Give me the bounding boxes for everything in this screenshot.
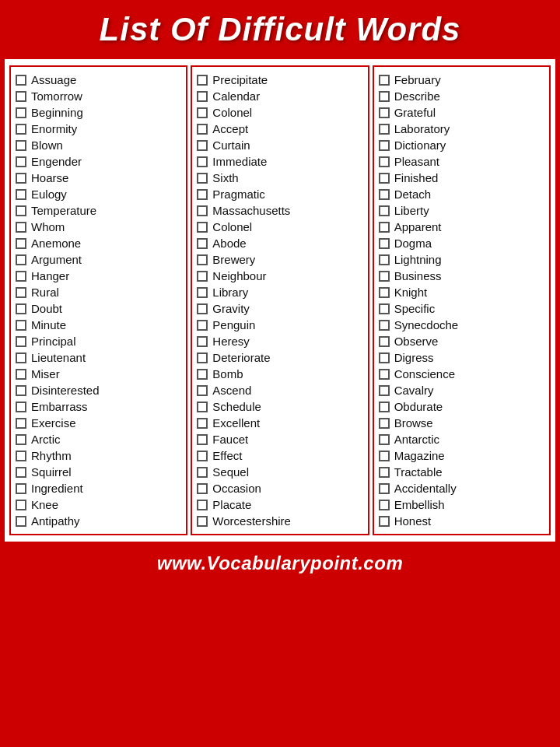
checkbox-icon[interactable]: [379, 107, 390, 118]
list-item[interactable]: Temperature: [14, 202, 183, 219]
checkbox-icon[interactable]: [197, 156, 208, 167]
list-item[interactable]: Sixth: [195, 170, 364, 186]
checkbox-icon[interactable]: [197, 385, 208, 396]
checkbox-icon[interactable]: [379, 500, 390, 510]
list-item[interactable]: Assuage: [14, 72, 183, 88]
list-item[interactable]: Specific: [377, 300, 546, 317]
checkbox-icon[interactable]: [197, 303, 208, 314]
list-item[interactable]: Embellish: [377, 496, 546, 513]
list-item[interactable]: Arctic: [14, 431, 183, 447]
list-item[interactable]: Brewery: [195, 251, 364, 268]
list-item[interactable]: Obdurate: [377, 398, 546, 415]
list-item[interactable]: Miser: [14, 366, 183, 382]
list-item[interactable]: Antipathy: [14, 513, 183, 529]
list-item[interactable]: Colonel: [195, 219, 364, 235]
list-item[interactable]: Precipitate: [195, 72, 364, 88]
list-item[interactable]: Bomb: [195, 366, 364, 382]
checkbox-icon[interactable]: [16, 369, 26, 380]
checkbox-icon[interactable]: [197, 140, 208, 151]
list-item[interactable]: Curtain: [195, 137, 364, 153]
checkbox-icon[interactable]: [16, 140, 26, 151]
list-item[interactable]: Schedule: [195, 398, 364, 415]
list-item[interactable]: Library: [195, 284, 364, 300]
list-item[interactable]: Argument: [14, 251, 183, 268]
list-item[interactable]: Detach: [377, 186, 546, 202]
checkbox-icon[interactable]: [197, 271, 208, 282]
checkbox-icon[interactable]: [197, 254, 208, 265]
list-item[interactable]: Sequel: [195, 464, 364, 480]
list-item[interactable]: Hoarse: [14, 170, 183, 186]
list-item[interactable]: Tomorrow: [14, 88, 183, 104]
list-item[interactable]: Laboratory: [377, 121, 546, 137]
list-item[interactable]: Disinterested: [14, 382, 183, 398]
checkbox-icon[interactable]: [16, 287, 26, 298]
list-item[interactable]: Lightning: [377, 251, 546, 268]
checkbox-icon[interactable]: [197, 402, 208, 412]
checkbox-icon[interactable]: [197, 483, 208, 494]
checkbox-icon[interactable]: [379, 254, 390, 265]
list-item[interactable]: Accidentally: [377, 480, 546, 496]
list-item[interactable]: Synecdoche: [377, 317, 546, 333]
list-item[interactable]: Knee: [14, 496, 183, 513]
list-item[interactable]: Deteriorate: [195, 349, 364, 366]
list-item[interactable]: February: [377, 72, 546, 88]
checkbox-icon[interactable]: [379, 124, 390, 135]
checkbox-icon[interactable]: [379, 483, 390, 494]
list-item[interactable]: Grateful: [377, 104, 546, 121]
list-item[interactable]: Magazine: [377, 447, 546, 464]
checkbox-icon[interactable]: [379, 385, 390, 396]
list-item[interactable]: Tractable: [377, 464, 546, 480]
checkbox-icon[interactable]: [379, 467, 390, 478]
list-item[interactable]: Doubt: [14, 300, 183, 317]
checkbox-icon[interactable]: [379, 189, 390, 200]
checkbox-icon[interactable]: [379, 352, 390, 363]
list-item[interactable]: Anemone: [14, 235, 183, 251]
checkbox-icon[interactable]: [16, 91, 26, 102]
checkbox-icon[interactable]: [16, 254, 26, 265]
checkbox-icon[interactable]: [197, 205, 208, 216]
checkbox-icon[interactable]: [16, 303, 26, 314]
checkbox-icon[interactable]: [16, 205, 26, 216]
list-item[interactable]: Liberty: [377, 202, 546, 219]
list-item[interactable]: Knight: [377, 284, 546, 300]
list-item[interactable]: Engender: [14, 153, 183, 170]
list-item[interactable]: Cavalry: [377, 382, 546, 398]
list-item[interactable]: Ascend: [195, 382, 364, 398]
checkbox-icon[interactable]: [197, 222, 208, 233]
list-item[interactable]: Minute: [14, 317, 183, 333]
list-item[interactable]: Rural: [14, 284, 183, 300]
checkbox-icon[interactable]: [197, 467, 208, 478]
checkbox-icon[interactable]: [379, 222, 390, 233]
list-item[interactable]: Pleasant: [377, 153, 546, 170]
checkbox-icon[interactable]: [379, 451, 390, 461]
list-item[interactable]: Dogma: [377, 235, 546, 251]
checkbox-icon[interactable]: [197, 369, 208, 380]
checkbox-icon[interactable]: [16, 434, 26, 445]
list-item[interactable]: Massachusetts: [195, 202, 364, 219]
checkbox-icon[interactable]: [16, 124, 26, 135]
checkbox-icon[interactable]: [379, 156, 390, 167]
checkbox-icon[interactable]: [197, 91, 208, 102]
checkbox-icon[interactable]: [16, 189, 26, 200]
checkbox-icon[interactable]: [16, 222, 26, 233]
checkbox-icon[interactable]: [379, 402, 390, 412]
checkbox-icon[interactable]: [379, 173, 390, 184]
checkbox-icon[interactable]: [16, 451, 26, 461]
checkbox-icon[interactable]: [379, 205, 390, 216]
checkbox-icon[interactable]: [379, 238, 390, 249]
list-item[interactable]: Placate: [195, 496, 364, 513]
checkbox-icon[interactable]: [197, 173, 208, 184]
checkbox-icon[interactable]: [197, 352, 208, 363]
checkbox-icon[interactable]: [197, 516, 208, 527]
list-item[interactable]: Enormity: [14, 121, 183, 137]
checkbox-icon[interactable]: [16, 402, 26, 412]
checkbox-icon[interactable]: [197, 238, 208, 249]
checkbox-icon[interactable]: [379, 140, 390, 151]
list-item[interactable]: Hanger: [14, 268, 183, 284]
checkbox-icon[interactable]: [197, 75, 208, 86]
checkbox-icon[interactable]: [16, 500, 26, 510]
list-item[interactable]: Neighbour: [195, 268, 364, 284]
checkbox-icon[interactable]: [379, 303, 390, 314]
checkbox-icon[interactable]: [379, 336, 390, 347]
list-item[interactable]: Whom: [14, 219, 183, 235]
